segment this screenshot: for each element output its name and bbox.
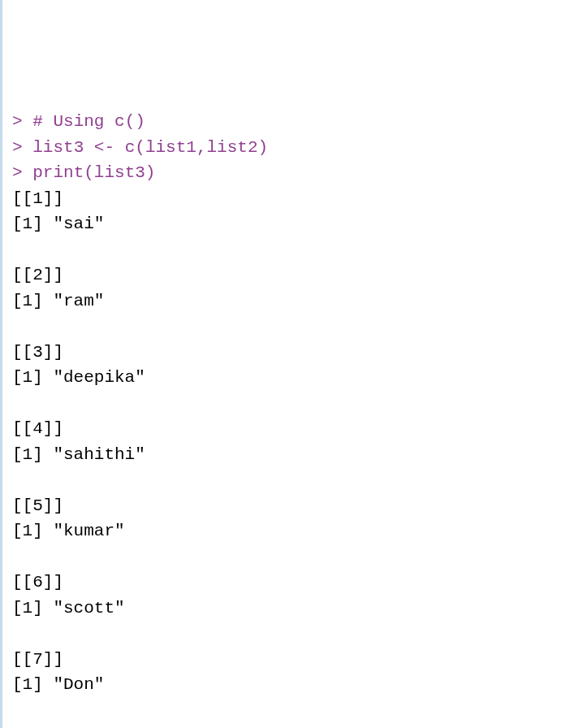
arg1: list1 — [145, 138, 196, 157]
assign-op: <- — [94, 138, 125, 157]
output-index: [[2]] — [12, 262, 570, 288]
lparen: ( — [135, 138, 145, 157]
variable: list3 — [32, 138, 94, 157]
code-line-2: > list3 <- c(list1,list2) — [12, 135, 570, 161]
output-block: [[1]][1] "sai" [[2]][1] "ram" [[3]][1] "… — [12, 186, 570, 729]
output-index: [[3]] — [12, 340, 570, 366]
output-value: [1] "Don" — [12, 672, 570, 698]
arg2: list2 — [207, 138, 258, 157]
function-name: print — [32, 163, 84, 182]
output-value: [1] "sai" — [12, 211, 570, 237]
function-name: c — [125, 138, 136, 157]
output-blank — [12, 237, 570, 263]
output-value: [1] "kumar" — [12, 518, 570, 544]
rparen: ) — [145, 163, 156, 182]
code-line-1: > # Using c() — [12, 109, 570, 135]
prompt: > — [12, 163, 32, 182]
output-blank — [12, 467, 570, 493]
output-index: [[8]] — [12, 723, 570, 728]
output-blank — [12, 391, 570, 417]
rparen: ) — [258, 138, 269, 157]
arg: list3 — [94, 163, 145, 182]
output-value: [1] "sahithi" — [12, 442, 570, 468]
output-blank — [12, 314, 570, 340]
comment: # Using c() — [32, 112, 145, 131]
prompt: > — [12, 138, 32, 157]
output-blank — [12, 544, 570, 570]
code-line-3: > print(list3) — [12, 160, 570, 186]
output-value: [1] "scott" — [12, 596, 570, 622]
output-index: [[6]] — [12, 570, 570, 596]
output-value: [1] "ram" — [12, 288, 570, 314]
prompt: > — [12, 112, 32, 131]
output-index: [[1]] — [12, 186, 570, 212]
output-index: [[5]] — [12, 493, 570, 519]
lparen: ( — [84, 163, 94, 182]
output-blank — [12, 621, 570, 647]
output-blank — [12, 698, 570, 724]
output-index: [[7]] — [12, 647, 570, 673]
output-value: [1] "deepika" — [12, 365, 570, 391]
output-index: [[4]] — [12, 416, 570, 442]
comma: , — [196, 138, 207, 157]
